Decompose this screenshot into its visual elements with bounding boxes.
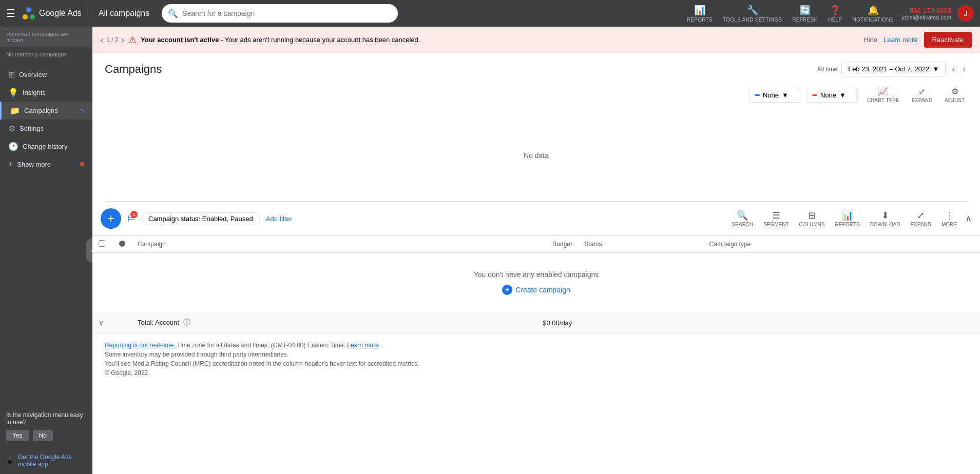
no-matching-campaigns: No matching campaigns xyxy=(0,47,92,62)
tools-nav-btn[interactable]: 🔧 TOOLS AND SETTINGS xyxy=(719,3,786,25)
search-input[interactable] xyxy=(182,9,392,17)
footer-copyright: © Google, 2022. xyxy=(105,369,968,377)
sidebar-item-change-history-label: Change history xyxy=(23,143,67,150)
footer-timezone: Time zone for all dates and times: (GMT-… xyxy=(177,342,345,349)
table-expand-btn[interactable]: ⤢ EXPAND xyxy=(907,208,935,229)
chart-expand-btn[interactable]: ⤢ EXPAND xyxy=(909,85,935,105)
alert-banner: ‹ 1 / 2 › ⚠ Your account isn't active - … xyxy=(92,27,980,53)
sidebar-item-campaigns[interactable]: 📁 Campaigns ⌂ xyxy=(0,102,92,120)
sidebar-item-campaigns-label: Campaigns xyxy=(24,107,58,114)
mobile-app-link[interactable]: 📱 Get the Google Ads mobile app xyxy=(0,447,92,474)
empty-state: You don't have any enabled campaigns + C… xyxy=(99,258,974,307)
sidebar-item-show-more[interactable]: + Show more xyxy=(0,155,92,173)
date-range-value: Feb 23, 2021 – Oct 7, 2022 xyxy=(848,65,929,73)
total-expand-btn[interactable]: ∨ xyxy=(99,319,104,327)
table-download-btn[interactable]: ⬇ DOWNLOAD xyxy=(866,208,905,229)
help-label: HELP xyxy=(828,17,842,23)
footer-reporting-link[interactable]: Reporting is not real-time. xyxy=(105,342,175,349)
date-next-btn[interactable]: › xyxy=(961,63,968,76)
table-reports-btn[interactable]: 📊 REPORTS xyxy=(831,208,864,229)
metric2-dropdown[interactable]: None ▼ xyxy=(806,88,858,103)
survey-no-btn[interactable]: No xyxy=(33,430,53,441)
phone-info: 868-170-8886 jobel@elivated.com xyxy=(902,7,951,21)
th-budget: Budget xyxy=(403,236,578,253)
sidebar-item-overview[interactable]: ⊞ Overview xyxy=(0,66,92,84)
table-reports-label: REPORTS xyxy=(835,222,860,227)
chart-controls: None ▼ None ▼ 📈 CHART TYPE ⤢ EXPAND xyxy=(92,81,980,109)
hamburger-menu[interactable]: ☰ xyxy=(6,7,15,19)
refresh-icon: 🔄 xyxy=(799,5,811,16)
notifications-nav-btn[interactable]: 🔔 NOTIFICATIONS xyxy=(848,3,897,25)
date-prev-btn[interactable]: ‹ xyxy=(950,63,956,76)
create-campaign-btn[interactable]: + Create campaign xyxy=(502,285,570,295)
table-body: You don't have any enabled campaigns + C… xyxy=(92,253,980,333)
table-segment-btn[interactable]: ☰ SEGMENT xyxy=(759,208,793,229)
total-status-cell xyxy=(578,313,703,333)
table-search-label: SEARCH xyxy=(732,222,753,227)
filter-btn[interactable]: ⊨ 1 xyxy=(127,213,136,224)
add-campaign-btn[interactable]: + xyxy=(101,208,121,229)
metric1-dropdown[interactable]: None ▼ xyxy=(749,88,800,103)
nav-survey: Is the navigation menu easy to use? Yes … xyxy=(0,405,92,447)
date-range-picker[interactable]: Feb 23, 2021 – Oct 7, 2022 ▼ xyxy=(841,62,946,76)
alert-hide-btn[interactable]: Hide xyxy=(863,36,877,44)
alert-prev-btn[interactable]: ‹ xyxy=(101,35,103,45)
table-download-icon: ⬇ xyxy=(881,210,889,221)
table-header-row: Campaign Budget Status Campaign type xyxy=(92,236,980,253)
reports-nav-btn[interactable]: 📊 REPORTS xyxy=(683,3,717,25)
avatar[interactable]: J xyxy=(957,5,974,22)
th-status-dot xyxy=(113,236,131,253)
chart-expand-icon: ⤢ xyxy=(918,87,925,96)
table-more-label: MORE xyxy=(941,222,957,227)
table-header: Campaign Budget Status Campaign type xyxy=(92,236,980,253)
tools-label: TOOLS AND SETTINGS xyxy=(723,17,782,23)
filter-chip[interactable]: Campaign status: Enabled, Paused xyxy=(142,212,260,225)
alert-title: Your account isn't active xyxy=(141,36,219,44)
add-filter-btn[interactable]: Add filter xyxy=(266,215,292,223)
th-campaign-type: Campaign type xyxy=(703,236,929,253)
search-bar[interactable]: 🔍 xyxy=(162,4,398,23)
metric1-color-dot xyxy=(755,94,760,96)
total-info-icon[interactable]: ⓘ xyxy=(183,318,190,326)
campaigns-header: Campaigns All time Feb 23, 2021 – Oct 7,… xyxy=(92,53,980,81)
campaigns-title: Campaigns xyxy=(105,63,162,76)
table-reports-icon: 📊 xyxy=(842,210,853,221)
settings-icon: ⚙ xyxy=(8,124,15,133)
status-dot-header xyxy=(119,241,125,247)
empty-state-row: You don't have any enabled campaigns + C… xyxy=(92,253,980,313)
show-more-badge xyxy=(80,162,84,166)
sidebar-item-show-more-label: Show more xyxy=(17,161,51,168)
th-extra xyxy=(928,236,980,253)
select-all-checkbox[interactable] xyxy=(99,240,105,247)
alert-warning-icon: ⚠ xyxy=(128,34,137,46)
th-checkbox xyxy=(92,236,113,253)
table-more-btn[interactable]: ⋮ MORE xyxy=(937,208,961,229)
sidebar-item-settings[interactable]: ⚙ Settings xyxy=(0,120,92,137)
sidebar-item-insights[interactable]: 💡 Insights xyxy=(0,84,92,102)
chart-type-btn[interactable]: 📈 CHART TYPE xyxy=(864,85,902,105)
chart-type-label: CHART TYPE xyxy=(867,97,899,103)
survey-yes-btn[interactable]: Yes xyxy=(6,430,29,441)
total-budget: $0.00/day xyxy=(543,319,572,327)
alert-reactivate-btn[interactable]: Reactivate xyxy=(924,32,972,48)
refresh-nav-btn[interactable]: 🔄 REFRESH xyxy=(788,3,822,25)
notifications-label: NOTIFICATIONS xyxy=(852,17,893,23)
alert-learn-btn[interactable]: Learn more xyxy=(883,36,917,44)
table-collapse-btn[interactable]: ∧ xyxy=(965,213,972,224)
sidebar-item-change-history[interactable]: 🕐 Change history xyxy=(0,137,92,155)
chart-type-icon: 📈 xyxy=(878,87,888,96)
chart-adjust-label: ADJUST xyxy=(945,97,965,103)
phone-number: 868-170-8886 xyxy=(910,7,951,14)
footer-learn-more-link[interactable]: Learn more xyxy=(347,342,378,349)
help-nav-btn[interactable]: ❓ HELP xyxy=(824,3,846,25)
sidebar-collapse-btn[interactable]: ‹ xyxy=(86,238,92,263)
table-actions: 🔍 SEARCH ☰ SEGMENT ⊞ COLUMNS 📊 REPORTS xyxy=(727,208,972,229)
chart-adjust-btn[interactable]: ⚙ ADJUST xyxy=(941,85,968,105)
no-data-text: No data xyxy=(524,151,549,160)
table-search-btn[interactable]: 🔍 SEARCH xyxy=(727,208,757,229)
footer-reporting: Reporting is not real-time. Time zone fo… xyxy=(105,342,968,349)
app-name: Google Ads xyxy=(39,9,82,18)
table-columns-btn[interactable]: ⊞ COLUMNS xyxy=(795,208,829,229)
footer-mrc-note: You'll see Media Rating Council (MRC) ac… xyxy=(105,360,968,367)
alert-next-btn[interactable]: › xyxy=(122,35,124,45)
